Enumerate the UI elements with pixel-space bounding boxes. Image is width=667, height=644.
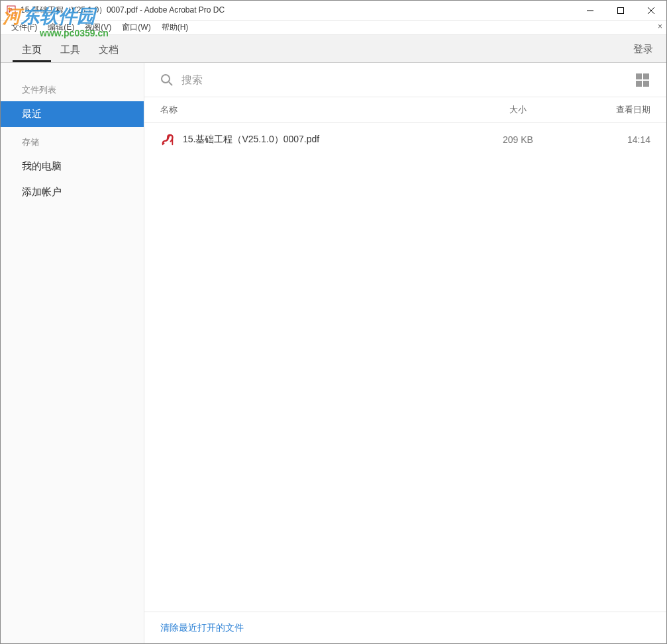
column-headers: 名称 大小 查看日期: [144, 97, 666, 123]
tab-home[interactable]: 主页: [13, 37, 51, 62]
sidebar-label-storage: 存储: [1, 127, 144, 154]
search-input[interactable]: [181, 74, 635, 86]
content-area: 文件列表 最近 存储 我的电脑 添加帐户 名称 大小 查看日期: [1, 63, 666, 643]
menubar-close-icon[interactable]: ×: [658, 22, 662, 31]
search-row: [144, 63, 666, 97]
tabbar: 主页 工具 文档 登录: [1, 35, 666, 63]
column-date[interactable]: 查看日期: [558, 104, 650, 116]
menubar: 文件(F) 编辑(E) 视图(V) 窗口(W) 帮助(H) ×: [1, 21, 666, 35]
file-row[interactable]: 15.基础工程（V25.1.0）0007.pdf 209 KB 14:14: [144, 123, 666, 156]
tab-document[interactable]: 文档: [89, 37, 128, 62]
file-name: 15.基础工程（V25.1.0）0007.pdf: [183, 134, 478, 146]
tab-tools[interactable]: 工具: [51, 37, 89, 62]
svg-point-5: [162, 75, 170, 83]
sidebar: 文件列表 最近 存储 我的电脑 添加帐户: [1, 63, 144, 643]
menu-edit[interactable]: 编辑(E): [42, 21, 79, 34]
app-icon: [6, 5, 17, 16]
minimize-button[interactable]: [575, 1, 605, 21]
svg-rect-2: [618, 8, 624, 14]
menu-window[interactable]: 窗口(W): [117, 21, 156, 34]
menu-view[interactable]: 视图(V): [79, 21, 117, 34]
window-title: 15.基础工程（V25.1.0）0007.pdf - Adobe Acrobat…: [21, 5, 225, 16]
file-list: 15.基础工程（V25.1.0）0007.pdf 209 KB 14:14: [144, 123, 666, 612]
file-date: 14:14: [558, 134, 650, 145]
close-button[interactable]: [636, 1, 666, 21]
window-titlebar: 15.基础工程（V25.1.0）0007.pdf - Adobe Acrobat…: [1, 1, 666, 21]
window-controls: [575, 1, 666, 21]
menu-file[interactable]: 文件(F): [6, 21, 42, 34]
login-link[interactable]: 登录: [633, 43, 653, 56]
file-size: 209 KB: [478, 134, 558, 145]
sidebar-item-addaccount[interactable]: 添加帐户: [1, 179, 144, 205]
svg-line-6: [169, 82, 172, 85]
clear-recent-link[interactable]: 清除最近打开的文件: [160, 622, 244, 633]
view-grid-button[interactable]: [635, 72, 650, 88]
column-size[interactable]: 大小: [478, 104, 558, 116]
column-name[interactable]: 名称: [160, 104, 478, 116]
maximize-button[interactable]: [605, 1, 636, 21]
footer: 清除最近打开的文件: [144, 612, 666, 643]
sidebar-item-mycomputer[interactable]: 我的电脑: [1, 154, 144, 179]
pdf-icon: [160, 132, 175, 147]
main-panel: 名称 大小 查看日期 15.基础工程（V25.1.0）0007.pdf 209 …: [144, 63, 666, 643]
menu-help[interactable]: 帮助(H): [156, 21, 194, 34]
sidebar-item-recent[interactable]: 最近: [1, 101, 144, 127]
sidebar-label-filelist: 文件列表: [1, 75, 144, 101]
search-icon: [160, 73, 174, 87]
